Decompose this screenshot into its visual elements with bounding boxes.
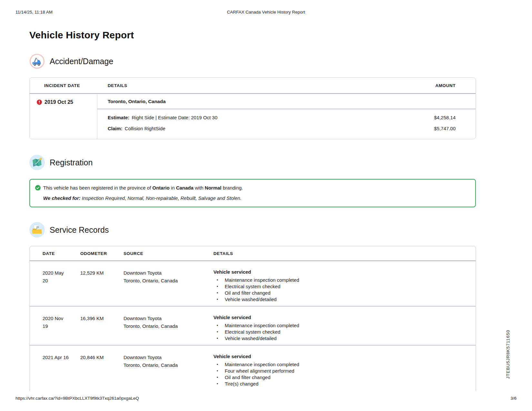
service-source-name: Downtown Toyota: [123, 315, 213, 322]
service-source-location: Toronto, Ontario, Canada: [123, 277, 213, 285]
accident-record-row: 2019 Oct 25 Toronto, Ontario, Canada Est…: [30, 94, 476, 139]
column-header-incident-date: INCIDENT DATE: [30, 83, 97, 88]
service-record-row: 2020 May 20 12,529 KM Downtown Toyota To…: [30, 261, 476, 307]
column-header-date: DATE: [43, 251, 80, 256]
incident-date-cell: 2019 Oct 25: [30, 94, 97, 139]
service-source-name: Downtown Toyota: [123, 269, 213, 277]
registration-status-line: This vehicle has been registered in the …: [35, 184, 470, 191]
service-record-row: 2021 Apr 16 20,846 KM Downtown Toyota To…: [30, 346, 476, 390]
report-page: 11/14/25, 11:18 AM CARFAX Canada Vehicle…: [0, 0, 532, 411]
claim-amount: $5,747.00: [434, 126, 456, 131]
service-date: 2020 May 20: [43, 269, 70, 303]
checked-for-text: Inspection Required, Normal, Non-repaira…: [81, 195, 241, 201]
service-date: 2020 Nov 19: [43, 315, 70, 342]
tow-truck-icon: [29, 54, 45, 69]
service-detail-item: Vehicle washed/detailed: [213, 335, 463, 342]
column-header-odometer: ODOMETER: [80, 251, 123, 256]
accident-table: INCIDENT DATE DETAILS AMOUNT 201: [29, 77, 476, 139]
claim-line: Claim: Collision RightSide $5,747.00: [97, 120, 476, 139]
estimate-label: Estimate:: [108, 115, 130, 120]
service-source-name: Downtown Toyota: [123, 354, 213, 361]
registration-branding: Normal: [205, 185, 222, 191]
column-header-service-details: DETAILS: [213, 251, 463, 256]
estimate-amount: $4,258.14: [434, 115, 456, 120]
service-details: Vehicle serviced Maintenance inspection …: [213, 354, 463, 387]
service-source: Downtown Toyota Toronto, Ontario, Canada: [123, 269, 213, 303]
service-source-location: Toronto, Ontario, Canada: [123, 361, 213, 369]
accident-damage-section: Accident/Damage INCIDENT DATE DETAILS AM…: [29, 54, 476, 139]
service-odometer: 12,529 KM: [80, 269, 123, 303]
registration-country: Canada: [176, 185, 193, 191]
service-details-list: Maintenance inspection completed Four wh…: [213, 361, 463, 387]
service-section-title: Service Records: [50, 225, 109, 235]
service-detail-item: Oil and filter changed: [213, 374, 463, 381]
accident-section-header: Accident/Damage: [29, 54, 476, 69]
incident-date: 2019 Oct 25: [44, 99, 73, 105]
registration-status-text: This vehicle has been registered in the …: [43, 184, 243, 191]
footer-url: https://vhr.carfax.ca/?id=9BtPXbcLLXT9f9…: [15, 396, 139, 401]
vin-sidebar-text: JTEBU5JR8K5711650: [506, 330, 510, 379]
service-odometer: 20,846 KM: [80, 354, 123, 387]
service-odometer: 16,396 KM: [80, 315, 123, 342]
column-header-details: DETAILS: [97, 83, 435, 88]
column-header-amount: AMOUNT: [435, 83, 476, 88]
incident-location: Toronto, Ontario, Canada: [97, 94, 476, 109]
service-records-section: Service Records DATE ODOMETER SOURCE DET…: [29, 222, 476, 391]
report-content: Vehicle History Report: [29, 0, 476, 391]
service-folder-icon: [29, 222, 45, 238]
estimate-line: Estimate: Right Side | Estimate Date: 20…: [97, 109, 476, 120]
claim-label: Claim:: [108, 126, 123, 131]
service-source: Downtown Toyota Toronto, Ontario, Canada: [123, 354, 213, 387]
service-detail-item: Electrical system checked: [213, 329, 463, 335]
column-header-source: SOURCE: [123, 251, 213, 256]
service-details-title: Vehicle serviced: [213, 354, 463, 359]
service-detail-item: Electrical system checked: [213, 283, 463, 290]
service-source: Downtown Toyota Toronto, Ontario, Canada: [123, 315, 213, 342]
registration-checked-line: We checked for: Inspection Required, Nor…: [43, 195, 470, 202]
claim-text: Collision RightSide: [125, 126, 165, 131]
page-title: Vehicle History Report: [29, 30, 476, 41]
incident-details-cell: Toronto, Ontario, Canada Estimate: Right…: [97, 94, 476, 139]
service-details-title: Vehicle serviced: [213, 315, 463, 320]
service-details-title: Vehicle serviced: [213, 269, 463, 275]
service-details: Vehicle serviced Maintenance inspection …: [213, 315, 463, 342]
check-icon: [35, 184, 41, 191]
alert-icon: [37, 99, 42, 105]
service-record-row: 2020 Nov 19 16,396 KM Downtown Toyota To…: [30, 307, 476, 346]
service-details: Vehicle serviced Maintenance inspection …: [213, 269, 463, 303]
service-table-header: DATE ODOMETER SOURCE DETAILS: [30, 246, 476, 261]
service-details-list: Maintenance inspection completed Electri…: [213, 277, 463, 303]
service-records-table: DATE ODOMETER SOURCE DETAILS 2020 May 20…: [29, 246, 476, 391]
service-detail-item: Tire(s) changed: [213, 381, 463, 387]
registration-province: Ontario: [153, 185, 170, 191]
service-date: 2021 Apr 16: [43, 354, 70, 387]
service-detail-item: Vehicle washed/detailed: [213, 296, 463, 303]
service-detail-item: Oil and filter changed: [213, 290, 463, 296]
service-detail-item: Four wheel alignment performed: [213, 368, 463, 374]
service-detail-item: Maintenance inspection completed: [213, 322, 463, 329]
service-detail-item: Maintenance inspection completed: [213, 277, 463, 283]
registration-status-box: This vehicle has been registered in the …: [29, 179, 476, 207]
registration-section-header: Registration: [29, 155, 476, 170]
estimate-text: Right Side | Estimate Date: 2019 Oct 30: [132, 115, 218, 120]
registration-section-title: Registration: [50, 158, 93, 167]
map-icon: [29, 155, 45, 170]
footer-page-number: 3/6: [510, 396, 517, 401]
registration-section: Registration This vehicle has been regis…: [29, 155, 476, 207]
accident-section-title: Accident/Damage: [50, 57, 113, 66]
service-detail-item: Maintenance inspection completed: [213, 361, 463, 368]
service-details-list: Maintenance inspection completed Electri…: [213, 322, 463, 342]
checked-for-label: We checked for:: [43, 195, 81, 201]
accident-table-header: INCIDENT DATE DETAILS AMOUNT: [30, 78, 476, 94]
service-section-header: Service Records: [29, 222, 476, 238]
service-source-location: Toronto, Ontario, Canada: [123, 322, 213, 330]
